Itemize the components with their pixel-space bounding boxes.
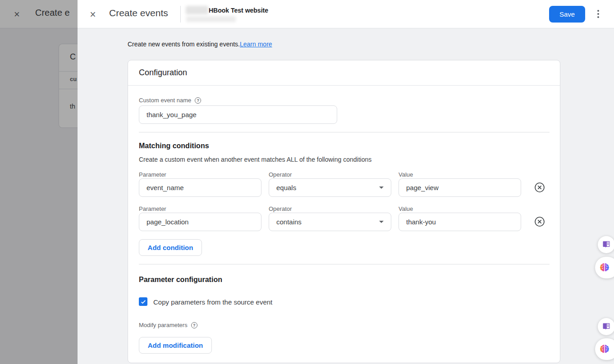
book-icon [602, 322, 611, 331]
copy-parameters-checkbox[interactable] [139, 297, 147, 306]
chevron-down-icon [379, 187, 384, 189]
brain-widget-button[interactable] [595, 338, 614, 360]
save-button[interactable]: Save [549, 6, 585, 23]
operator-label: Operator [269, 205, 292, 212]
copy-parameters-label: Copy parameters from the source event [153, 298, 272, 306]
add-condition-button[interactable]: Add condition [139, 239, 202, 256]
dimmed-background-page: × Create e C cu th [0, 0, 78, 364]
panel-body: Create new events from existing events.L… [78, 28, 614, 364]
help-icon[interactable]: ? [191, 322, 197, 328]
help-icon[interactable]: ? [195, 97, 201, 104]
panel-header: × Create events HBook Test website Save [78, 0, 614, 28]
modal-scrim[interactable] [0, 0, 78, 364]
condition-2-operator-select[interactable]: contains [269, 213, 391, 231]
brain-widget-button[interactable] [595, 257, 614, 278]
chevron-down-icon [379, 221, 384, 223]
add-modification-button[interactable]: Add modification [139, 337, 212, 354]
intro-text: Create new events from existing events.L… [128, 41, 272, 48]
brain-icon [599, 262, 610, 273]
intro-sentence: Create new events from existing events. [128, 41, 240, 48]
parameter-label: Parameter [139, 171, 166, 178]
panel-title: Create events [109, 8, 168, 18]
value-label: Value [399, 205, 413, 212]
screen: × Create e C cu th × Create events HBook… [0, 0, 614, 364]
redacted-property-id [186, 6, 208, 14]
matching-conditions-subtitle: Create a custom event when another event… [139, 156, 371, 163]
book-icon [602, 240, 611, 249]
value-label: Value [399, 171, 413, 178]
more-options-icon[interactable] [592, 8, 604, 20]
condition-1-parameter-input[interactable] [139, 178, 261, 197]
condition-1-operator-select[interactable]: equals [269, 178, 391, 197]
condition-2-remove-icon[interactable] [534, 216, 545, 228]
redacted-property-subtitle [186, 16, 236, 22]
parameter-configuration-title: Parameter configuration [139, 276, 222, 284]
create-event-panel: × Create events HBook Test website Save … [78, 0, 614, 364]
divider [139, 132, 550, 132]
condition-2-value-input[interactable] [399, 213, 521, 231]
property-name: HBook Test website [209, 7, 268, 14]
learn-more-link[interactable]: Learn more [240, 41, 272, 48]
close-icon[interactable]: × [87, 9, 99, 20]
configuration-title: Configuration [139, 68, 187, 77]
book-widget-button[interactable] [598, 236, 614, 253]
header-divider [180, 6, 181, 23]
modify-parameters-label: Modify parameters ? [139, 322, 197, 328]
matching-conditions-title: Matching conditions [139, 142, 209, 150]
book-widget-button[interactable] [598, 318, 614, 335]
custom-event-name-input[interactable] [139, 105, 337, 124]
divider [139, 264, 550, 264]
condition-1-remove-icon[interactable] [534, 182, 545, 193]
condition-2-parameter-input[interactable] [139, 213, 261, 231]
divider [128, 85, 560, 86]
brain-icon [599, 343, 610, 355]
parameter-label: Parameter [139, 205, 166, 212]
condition-1-value-input[interactable] [399, 178, 521, 197]
configuration-card: Configuration Custom event name ? Matchi… [128, 60, 560, 363]
custom-event-name-label: Custom event name ? [139, 97, 201, 104]
operator-label: Operator [269, 171, 292, 178]
